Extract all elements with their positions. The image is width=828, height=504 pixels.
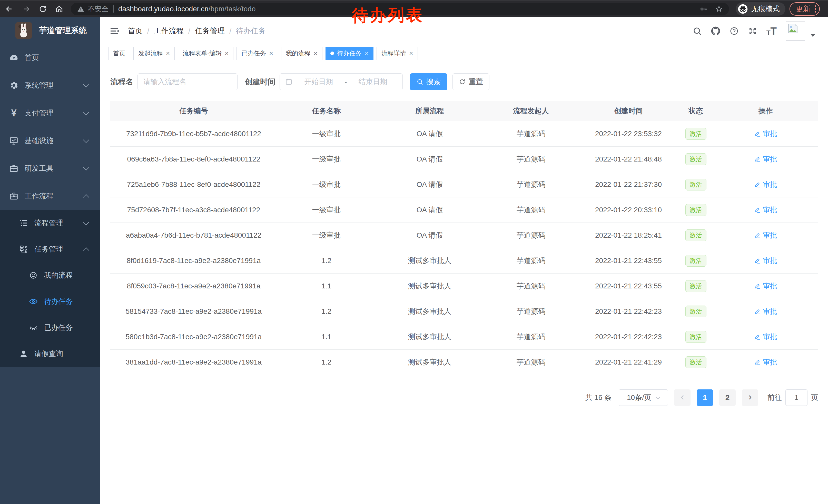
sidebar-item[interactable]: 首页 xyxy=(0,44,100,72)
sidebar-logo-row[interactable]: 芋道管理系统 xyxy=(0,17,100,44)
approve-link[interactable]: 审批 xyxy=(754,180,777,189)
page-size-select[interactable]: 10条/页 xyxy=(619,390,668,406)
approve-link[interactable]: 审批 xyxy=(754,307,777,316)
url-path: /bpm/task/todo xyxy=(209,5,256,13)
star-icon[interactable] xyxy=(715,5,723,13)
created-cell: 2022-01-22 20:33:10 xyxy=(578,197,678,223)
sidebar-item[interactable]: 我的流程 xyxy=(0,262,100,288)
update-button[interactable]: 更新 xyxy=(790,2,820,16)
sidebar-item-label: 待办任务 xyxy=(44,296,73,306)
navbar-icon[interactable] xyxy=(748,27,757,36)
range-separator: - xyxy=(343,78,348,86)
avatar-caret-icon[interactable] xyxy=(811,34,815,37)
sidebar-item[interactable]: 流程管理 xyxy=(0,210,100,236)
breadcrumb-item[interactable]: 工作流程/ xyxy=(154,26,195,36)
tag-tab[interactable]: 待办任务 × xyxy=(326,47,373,60)
chevron-down-icon xyxy=(656,395,660,399)
close-icon[interactable]: × xyxy=(225,50,229,57)
approve-link[interactable]: 审批 xyxy=(754,154,777,164)
process-cell: OA 请假 xyxy=(376,223,484,248)
close-icon[interactable]: × xyxy=(365,50,369,57)
navbar-icon[interactable] xyxy=(711,27,720,36)
sidebar-toggle-icon[interactable] xyxy=(109,26,120,36)
browser-back-icon[interactable] xyxy=(3,3,15,15)
created-cell: 2022-01-22 23:53:32 xyxy=(578,121,678,147)
close-icon[interactable]: × xyxy=(166,50,170,57)
date-range-input[interactable]: 开始日期 - 结束日期 xyxy=(280,73,403,90)
sidebar-item[interactable]: 任务管理 xyxy=(0,236,100,262)
avatar[interactable] xyxy=(786,21,805,41)
close-icon[interactable]: × xyxy=(409,50,413,57)
navbar-icon[interactable]: TT xyxy=(767,26,777,36)
created-cell: 2022-01-22 21:37:30 xyxy=(578,172,678,197)
task-name-cell: 1.2 xyxy=(277,299,376,324)
page-number-button[interactable]: 2 xyxy=(719,390,736,406)
sidebar-item[interactable]: 研发工具 xyxy=(0,154,100,182)
status-badge: 激活 xyxy=(686,128,706,140)
page-number-button[interactable]: 1 xyxy=(697,390,713,406)
edit-icon xyxy=(754,258,761,264)
approve-link[interactable]: 审批 xyxy=(754,205,777,215)
sidebar-item-label: 已办任务 xyxy=(44,323,73,332)
key-icon[interactable] xyxy=(700,5,707,13)
browser-reload-icon[interactable] xyxy=(37,3,49,15)
tag-tab[interactable]: 我的流程 × xyxy=(281,47,322,60)
breadcrumb-item[interactable]: 待办任务/ xyxy=(236,26,266,36)
goto-page-input[interactable]: 1 xyxy=(785,390,808,406)
tab-label: 已办任务 xyxy=(241,49,266,57)
task-id-cell: 8f059c03-7ac8-11ec-a9e2-a2380e71991a xyxy=(110,274,277,299)
tab-label: 我的流程 xyxy=(286,49,310,57)
task-name-cell: 1.1 xyxy=(277,274,376,299)
tag-tab[interactable]: 流程表单-编辑 × xyxy=(178,47,234,60)
close-icon[interactable]: × xyxy=(314,50,318,57)
process-name-placeholder: 请输入流程名 xyxy=(143,77,187,87)
tag-tab[interactable]: 已办任务 × xyxy=(237,47,278,60)
task-id-cell: a6aba0a4-7b6d-11ec-b781-acde48001122 xyxy=(110,223,277,248)
sidebar-item[interactable]: 待办任务 xyxy=(0,288,100,315)
tag-tab[interactable]: 首页 xyxy=(108,47,130,60)
briefcase-icon xyxy=(9,164,19,173)
navbar-icon[interactable] xyxy=(730,27,739,36)
process-name-input[interactable]: 请输入流程名 xyxy=(137,73,238,90)
sidebar-item[interactable]: 基础设施 xyxy=(0,127,100,154)
sidebar-item-label: 基础设施 xyxy=(25,136,53,146)
tags-bar: 首页 发起流程 × 流程表单-编辑 × 已办任务 × 我的流程 xyxy=(100,45,828,62)
status-badge: 激活 xyxy=(686,179,706,190)
browser-home-icon[interactable] xyxy=(53,3,65,15)
browser-forward-icon[interactable] xyxy=(20,3,32,15)
sidebar-item[interactable]: 请假查询 xyxy=(0,341,100,367)
approve-link[interactable]: 审批 xyxy=(754,129,777,139)
navbar-icon[interactable] xyxy=(693,27,702,36)
process-cell: 测试多审批人 xyxy=(376,274,484,299)
breadcrumb-item[interactable]: 首页/ xyxy=(128,26,154,36)
browser-menu-icon[interactable] xyxy=(815,5,816,12)
sidebar-item[interactable]: 工作流程 xyxy=(0,182,100,210)
dashboard-icon xyxy=(9,53,19,62)
breadcrumb-item[interactable]: 任务管理/ xyxy=(195,26,236,36)
next-page-button[interactable]: › xyxy=(742,390,758,406)
process-cell: 测试多审批人 xyxy=(376,248,484,274)
sidebar-item-label: 工作流程 xyxy=(25,191,53,201)
navbar-actions: TT xyxy=(693,21,828,41)
breadcrumb: 首页/工作流程/任务管理/待办任务/ xyxy=(128,26,266,36)
edit-icon xyxy=(754,232,761,239)
close-icon[interactable]: × xyxy=(269,50,273,57)
tag-tab[interactable]: 流程详情 × xyxy=(377,47,418,60)
approve-link[interactable]: 审批 xyxy=(754,230,777,240)
approve-link[interactable]: 审批 xyxy=(754,256,777,266)
tag-tab[interactable]: 发起流程 × xyxy=(133,47,175,60)
sidebar-item[interactable]: 系统管理 xyxy=(0,72,100,99)
reset-button[interactable]: 重置 xyxy=(452,73,489,90)
approve-link[interactable]: 审批 xyxy=(754,332,777,342)
sidebar-item[interactable]: 已办任务 xyxy=(0,315,100,341)
process-cell: 测试多审批人 xyxy=(376,299,484,324)
sidebar-item[interactable]: ¥ 支付管理 xyxy=(0,99,100,127)
prev-page-button[interactable]: ‹ xyxy=(674,390,691,406)
approve-link[interactable]: 审批 xyxy=(754,281,777,291)
starter-cell: 芋道源码 xyxy=(484,121,578,147)
task-name-cell: 一级审批 xyxy=(277,172,376,197)
starter-cell: 芋道源码 xyxy=(484,274,578,299)
search-button[interactable]: 搜索 xyxy=(410,73,447,90)
starter-cell: 芋道源码 xyxy=(484,223,578,248)
approve-link[interactable]: 审批 xyxy=(754,357,777,367)
